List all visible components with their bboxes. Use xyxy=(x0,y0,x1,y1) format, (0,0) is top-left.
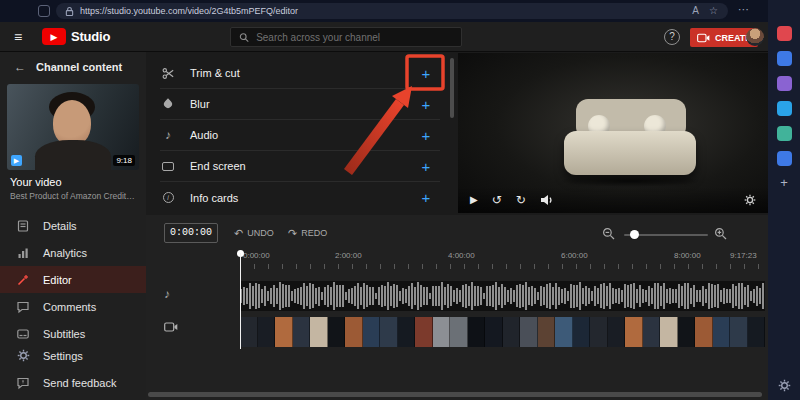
redo-button[interactable]: ↷ REDO xyxy=(288,228,327,238)
sidebar-menu: Details Analytics Editor Comments xyxy=(0,212,146,347)
read-aloud-icon[interactable]: A xyxy=(692,3,699,19)
edge-sidebar: + xyxy=(768,0,800,400)
channel-sidebar: ← Channel content ▶ 9:18 Your video Best… xyxy=(0,52,146,400)
edge-app-icon-5[interactable] xyxy=(777,126,792,141)
feedback-icon xyxy=(16,376,30,390)
edge-app-icon-3[interactable] xyxy=(777,76,792,91)
edge-add-icon[interactable]: + xyxy=(780,176,788,189)
studio-logo-text: Studio xyxy=(71,29,110,44)
analytics-icon xyxy=(16,246,30,260)
preview-settings-gear-icon[interactable] xyxy=(744,194,756,206)
sidebar-item-details[interactable]: Details xyxy=(0,212,146,239)
preview-controls: ▶ ↺ ↻ xyxy=(458,187,768,213)
browser-bar: https://studio.youtube.com/video/2G4tb5m… xyxy=(0,0,800,22)
youtube-studio-editor: https://studio.youtube.com/video/2G4tb5m… xyxy=(0,0,800,400)
timecode-field[interactable]: 0:00:00 xyxy=(164,223,218,243)
zoom-in-icon[interactable] xyxy=(714,227,727,240)
edge-app-icon-1[interactable] xyxy=(777,26,792,41)
audio-track-icon: ♪ xyxy=(164,287,170,301)
help-button[interactable]: ? xyxy=(664,29,680,45)
add-trim-cut-button[interactable]: + xyxy=(416,65,436,82)
search-icon xyxy=(239,32,249,43)
video-subtitle: Best Product of Amazon Credits- A... xyxy=(10,191,136,201)
scissors-icon xyxy=(160,67,176,80)
info-icon: i xyxy=(160,192,176,203)
blur-droplet-icon xyxy=(160,100,176,108)
edge-app-icon-4[interactable] xyxy=(777,101,792,116)
feature-list-scrollbar[interactable] xyxy=(450,58,454,118)
back-label: Channel content xyxy=(36,61,122,73)
feature-row-blur[interactable]: Blur + xyxy=(160,89,440,120)
thumbnail-editor-badge: ▶ xyxy=(11,155,22,166)
add-info-cards-button[interactable]: + xyxy=(416,189,436,206)
feature-row-info-cards[interactable]: i Info cards + xyxy=(160,182,440,213)
edge-app-list xyxy=(777,26,792,166)
add-end-screen-button[interactable]: + xyxy=(416,158,436,175)
timeline-horizontal-scrollbar[interactable] xyxy=(148,392,762,397)
sidebar-footer-menu: Settings Send feedback xyxy=(0,342,146,396)
favorite-star-icon[interactable]: ☆ xyxy=(709,3,718,19)
timeline-end-time: 9:17:23 xyxy=(730,251,757,260)
audio-waveform[interactable] xyxy=(240,281,765,311)
editor-wand-icon xyxy=(16,273,30,287)
video-thumbnail[interactable]: ▶ 9:18 xyxy=(7,84,139,170)
zoom-slider-handle[interactable] xyxy=(630,230,639,239)
video-duration-badge: 9:18 xyxy=(113,155,135,166)
video-filmstrip[interactable] xyxy=(240,317,765,347)
sidebar-item-editor[interactable]: Editor xyxy=(0,266,146,293)
volume-icon[interactable] xyxy=(540,194,554,206)
earbuds-case xyxy=(564,131,696,175)
feature-row-end-screen[interactable]: End screen + xyxy=(160,151,440,182)
play-button[interactable]: ▶ xyxy=(470,194,478,206)
browser-extension-icon[interactable] xyxy=(38,5,50,17)
settings-gear-icon xyxy=(16,349,30,362)
replay-button[interactable]: ↺ xyxy=(492,194,502,206)
feature-row-trim-cut[interactable]: Trim & cut + xyxy=(160,58,440,89)
details-icon xyxy=(16,219,30,233)
edge-settings-gear-icon[interactable] xyxy=(778,379,791,392)
end-screen-icon xyxy=(160,162,176,171)
video-track-icon xyxy=(164,321,178,335)
create-camera-icon xyxy=(697,33,710,43)
back-to-channel-content[interactable]: ← Channel content xyxy=(14,60,122,74)
redo-arrow-icon: ↷ xyxy=(288,229,297,238)
sidebar-item-settings[interactable]: Settings xyxy=(0,342,146,369)
search-input[interactable] xyxy=(256,32,453,43)
channel-search[interactable] xyxy=(230,27,462,47)
studio-logo[interactable]: ▶ Studio xyxy=(42,28,110,45)
address-bar[interactable]: https://studio.youtube.com/video/2G4tb5m… xyxy=(56,3,728,19)
browser-menu-icon[interactable]: ⋯ xyxy=(738,3,749,16)
forward-button[interactable]: ↻ xyxy=(516,194,526,206)
comments-icon xyxy=(16,300,30,314)
add-audio-button[interactable]: + xyxy=(416,127,436,144)
timeline-panel: 0:00:00 ↶ UNDO ↷ REDO 0:00:00 2:00:00 4:… xyxy=(146,215,768,400)
editor-main-panel: Trim & cut + Blur + ♪ Audio + End screen… xyxy=(146,52,768,215)
url-text: https://studio.youtube.com/video/2G4tb5m… xyxy=(80,6,298,16)
sidebar-item-comments[interactable]: Comments xyxy=(0,293,146,320)
music-note-icon: ♪ xyxy=(160,128,176,142)
youtube-play-logo-icon: ▶ xyxy=(42,28,66,45)
undo-button[interactable]: ↶ UNDO xyxy=(234,228,274,238)
video-preview[interactable]: ▶ ↺ ↻ xyxy=(458,53,768,213)
playhead[interactable] xyxy=(240,253,241,349)
undo-arrow-icon: ↶ xyxy=(234,229,243,238)
feature-row-audio[interactable]: ♪ Audio + xyxy=(160,120,440,151)
hamburger-menu-icon[interactable]: ≡ xyxy=(14,29,22,45)
avatar[interactable] xyxy=(746,28,764,46)
sidebar-item-analytics[interactable]: Analytics xyxy=(0,239,146,266)
zoom-out-icon[interactable] xyxy=(602,227,615,240)
add-blur-button[interactable]: + xyxy=(416,96,436,113)
studio-header: ≡ ▶ Studio ? CREATE xyxy=(0,22,768,52)
video-title: Your video xyxy=(10,176,62,188)
edge-app-icon-2[interactable] xyxy=(777,51,792,66)
sidebar-item-send-feedback[interactable]: Send feedback xyxy=(0,369,146,396)
lock-icon xyxy=(65,6,74,17)
subtitles-icon xyxy=(16,327,30,341)
edge-app-icon-6[interactable] xyxy=(777,151,792,166)
back-arrow-icon: ← xyxy=(14,60,26,74)
